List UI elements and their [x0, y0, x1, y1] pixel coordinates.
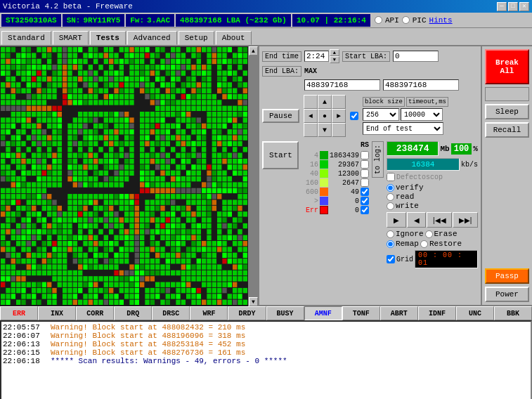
err-tab-BBK[interactable]: BBK [494, 306, 532, 320]
scroll-track[interactable] [249, 55, 258, 297]
api-radio[interactable] [375, 16, 382, 24]
err-tab-TONF[interactable]: TONF [342, 306, 380, 320]
stat-check-16[interactable] [361, 160, 369, 169]
stat-check-gt[interactable] [361, 197, 369, 205]
time-spinner: ▲ ▼ [330, 49, 339, 63]
err-tab-IDNF[interactable]: IDNF [418, 306, 456, 320]
sn-display: SN: 9RY11RY5 [63, 14, 125, 27]
stat-check-600[interactable] [361, 188, 369, 196]
restore-radio[interactable] [420, 240, 428, 248]
percent-display: 100 [451, 143, 472, 155]
stat-val-gt: 0 [330, 197, 359, 205]
err-tab-BUSY[interactable]: BUSY [266, 306, 304, 320]
err-tab-UNC[interactable]: UNC [456, 306, 494, 320]
stat-row-40ms: 40 12300 [301, 169, 369, 178]
skip-back-button[interactable]: |◀◀ [427, 212, 452, 228]
dir-up[interactable]: ▲ [318, 95, 332, 109]
write-radio[interactable] [387, 202, 394, 210]
err-tab-ERR[interactable]: ERR [0, 306, 38, 320]
tab-standard[interactable]: Standard [1, 31, 51, 45]
end-lba-value2[interactable] [383, 79, 459, 91]
pic-radio[interactable] [402, 16, 410, 24]
dir-empty-tr [332, 95, 346, 109]
grid-checkbox[interactable] [387, 255, 395, 263]
close-button[interactable]: ✕ [519, 2, 529, 11]
stat-check-4[interactable] [361, 151, 369, 159]
back-button[interactable]: ◀ [407, 212, 427, 228]
recall-button[interactable]: Recall [485, 122, 529, 138]
play-button[interactable]: ▶ [387, 212, 406, 228]
tab-tests[interactable]: Tests [90, 31, 126, 45]
minimize-button[interactable]: ─ [497, 2, 507, 11]
fw-display: Fw: 3.AAC [126, 14, 174, 27]
error-tabs: ERR INX CORR DRQ DRSC WRF DRDY BUSY AMNF… [0, 305, 532, 320]
read-radio[interactable] [387, 193, 394, 201]
scroll-up-button[interactable]: ▲ [249, 46, 258, 55]
transport-controls: ▶ ◀ |◀◀ ▶▶| [387, 212, 478, 228]
start-button[interactable]: Start [262, 141, 299, 169]
err-tab-DRQ[interactable]: DRQ [114, 306, 152, 320]
write-label: write [396, 202, 419, 210]
err-tab-WRF[interactable]: WRF [190, 306, 228, 320]
dir-left[interactable]: ◄ [304, 109, 318, 123]
right-controls: BreakAll Sleep Recall Passp Power [481, 46, 532, 305]
remap-radio[interactable] [387, 240, 394, 248]
stats-table: RS 4 1863439 16 29367 40 [301, 141, 369, 214]
pause-button[interactable]: Pause [262, 109, 299, 123]
block-size-select[interactable]: 256 [363, 108, 399, 121]
err-tab-DRDY[interactable]: DRDY [228, 306, 266, 320]
stat-check-160[interactable] [361, 178, 369, 187]
stat-row-16ms: 16 29367 [301, 160, 369, 169]
err-tab-CORR[interactable]: CORR [76, 306, 114, 320]
stat-val-40: 12300 [330, 170, 359, 178]
block-checkbox[interactable] [350, 112, 358, 120]
stat-val-err: 0 [330, 207, 359, 214]
break-all-button[interactable]: BreakAll [485, 49, 529, 84]
passp-button[interactable]: Passp [485, 268, 529, 284]
dir-empty-br [332, 123, 346, 137]
end-of-test-select[interactable]: End of test [363, 122, 443, 135]
stat-val-16: 29367 [330, 161, 359, 169]
end-lba-input[interactable] [304, 79, 380, 91]
erase-radio[interactable] [425, 230, 433, 238]
stat-row-gt: > 0 [301, 197, 369, 205]
defectoscop-checkbox[interactable] [387, 173, 395, 181]
maximize-button[interactable]: □ [508, 2, 518, 11]
dir-empty-tl [304, 95, 318, 109]
ignore-radio[interactable] [387, 230, 394, 238]
dir-down[interactable]: ▼ [318, 123, 332, 137]
tab-about[interactable]: About [216, 31, 252, 45]
timeout-select[interactable]: 10000 [401, 108, 443, 121]
log-line: 22:06:18 ***** Scan results: Warnings - … [3, 357, 529, 365]
err-tab-INX[interactable]: INX [38, 306, 76, 320]
skip-fwd-button[interactable]: ▶▶| [453, 212, 478, 228]
power-button[interactable]: Power [485, 287, 529, 302]
err-tab-AMNF[interactable]: AMNF [304, 306, 342, 320]
tab-setup[interactable]: Setup [179, 31, 214, 45]
verify-radio[interactable] [387, 184, 394, 192]
log-line: 22:06:15 Warning! Block start at 4882767… [3, 348, 529, 357]
err-tab-ABRT[interactable]: ABRT [380, 306, 418, 320]
err-tab-DRSC[interactable]: DRSC [152, 306, 190, 320]
time-input[interactable] [304, 51, 329, 62]
dir-right[interactable]: ► [332, 109, 346, 123]
scroll-down-button[interactable]: ▼ [249, 297, 258, 306]
progress-panel: 238474 Mb 100 % 16384 kb/s [387, 141, 478, 268]
dir-center[interactable]: ● [318, 109, 332, 123]
info-bar: ST3250310AS SN: 9RY11RY5 Fw: 3.AAC 48839… [0, 13, 532, 28]
log-toggle[interactable]: to log: [372, 141, 384, 178]
stat-check-err[interactable] [361, 206, 369, 214]
error-handling: Ignore Erase Remap Restore [387, 230, 478, 248]
start-lba-input[interactable] [393, 51, 439, 62]
tab-advanced[interactable]: Advanced [127, 31, 177, 45]
tab-smart[interactable]: SMART [53, 31, 89, 45]
time-down[interactable]: ▼ [330, 56, 339, 63]
log-area[interactable]: 22:05:57 Warning! Block start at 4880824… [0, 320, 532, 399]
sleep-button[interactable]: Sleep [485, 104, 529, 119]
api-label: API [385, 16, 399, 25]
right-panel: End time ▲ ▼ Start LBA: End LBA: MAX [259, 46, 481, 305]
direction-pad: ▲ ◄ ● ► ▼ [304, 95, 346, 137]
time-up[interactable]: ▲ [330, 49, 339, 56]
stat-color-gt [320, 197, 328, 205]
stat-check-40[interactable] [361, 169, 369, 178]
